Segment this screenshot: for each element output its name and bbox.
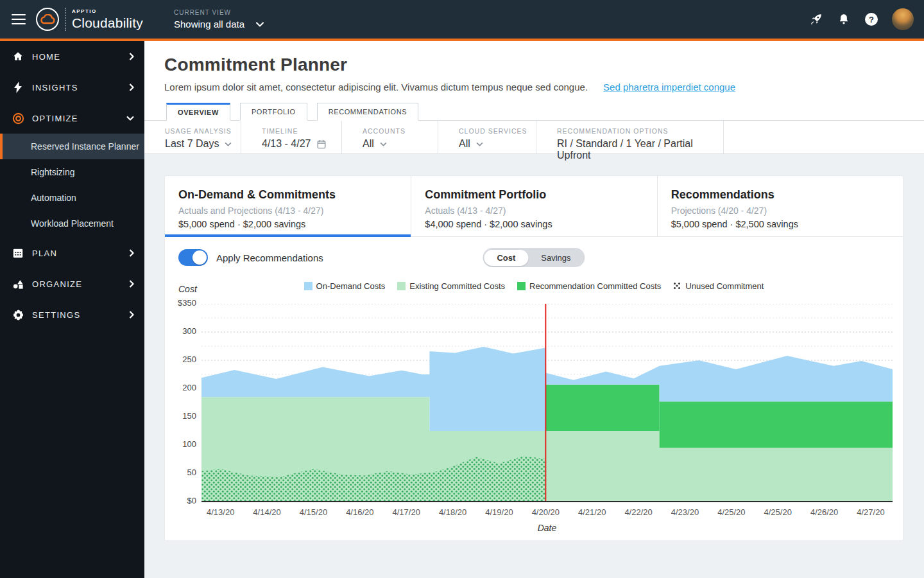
filter-label: TIMELINE [262, 127, 341, 135]
filter-label: USAGE ANALYSIS [165, 127, 241, 135]
sidebar-item-rightsizing[interactable]: Rightsizing [0, 159, 144, 185]
legend-label: Existing Committed Costs [409, 281, 505, 291]
chevron-right-icon [129, 311, 134, 319]
card-on-demand-commitments[interactable]: On-Demand & Commitments Actuals and Proj… [165, 176, 411, 236]
filter-usage-analysis[interactable]: USAGE ANALYSIS Last 7 Days [144, 121, 241, 153]
filter-value: RI / Standard / 1 Year / Partial Upfront [557, 138, 723, 161]
filter-label: RECOMMENDATION OPTIONS [557, 127, 723, 135]
filter-value: All [459, 138, 470, 150]
legend-swatch-existing [397, 282, 406, 290]
current-view-dropdown[interactable]: CURRENT VIEW Showing all data [174, 10, 264, 29]
card-metrics: $5,000 spend · $2,000 savings [178, 219, 411, 229]
segment-cost[interactable]: Cost [484, 250, 528, 266]
top-bar: APPTIO Cloudability CURRENT VIEW Showing… [0, 0, 924, 41]
y-axis-tick-label: 300 [165, 326, 196, 336]
card-title: On-Demand & Commitments [178, 188, 411, 202]
rocket-icon[interactable] [809, 12, 823, 26]
y-axis-tick-label: 100 [165, 439, 196, 449]
card-recommendations[interactable]: Recommendations Projections (4/20 - 4/27… [657, 176, 903, 236]
legend-label: Unused Commitment [685, 281, 764, 291]
tab-portfolio[interactable]: PORTFOLIO [240, 103, 307, 121]
chevron-down-icon [476, 142, 483, 146]
sub-item-label: Reserved Instance Planner [31, 141, 139, 152]
y-axis-tick-label: 150 [165, 411, 196, 421]
cloud-icon [40, 14, 55, 24]
cost-chart: On-Demand Costs Existing Committed Costs… [165, 277, 903, 541]
sidebar-item-home[interactable]: HOME [0, 41, 144, 72]
description-link[interactable]: Sed pharetra imperdiet congue [603, 82, 735, 92]
card-title: Commitment Portfolio [425, 188, 656, 202]
cost-savings-switch: Cost Savings [483, 248, 585, 267]
chart-legend: On-Demand Costs Existing Committed Costs… [165, 281, 903, 291]
chevron-down-icon [126, 116, 134, 121]
filter-value: 4/13 - 4/27 [262, 138, 311, 150]
sub-item-label: Rightsizing [31, 167, 74, 177]
y-axis-title: Cost [178, 284, 197, 294]
chevron-down-icon [225, 142, 232, 146]
sidebar-item-automation[interactable]: Automation [0, 185, 144, 211]
sidebar-item-label: ORGANIZE [32, 279, 82, 289]
logo-divider [65, 8, 66, 31]
sidebar-item-reserved-instance-planner[interactable]: Reserved Instance Planner [0, 134, 144, 159]
filter-accounts[interactable]: ACCOUNTS All [342, 121, 438, 153]
chevron-right-icon [129, 280, 134, 288]
brand-cloudability: Cloudability [72, 16, 143, 30]
filter-label: CLOUD SERVICES [459, 127, 536, 135]
recommendation-committed-segment [545, 385, 659, 431]
avatar[interactable] [892, 8, 914, 30]
bell-icon[interactable] [837, 12, 851, 26]
page-title: Commitment Planner [164, 55, 924, 75]
card-commitment-portfolio[interactable]: Commitment Portfolio Actuals (4/13 - 4/2… [411, 176, 656, 236]
chevron-right-icon [129, 53, 134, 60]
legend-existing-committed: Existing Committed Costs [397, 281, 505, 291]
filter-bar: USAGE ANALYSIS Last 7 Days TIMELINE 4/13… [144, 120, 924, 154]
card-subtitle: Actuals (4/13 - 4/27) [425, 206, 656, 216]
sidebar-item-optimize[interactable]: OPTIMIZE [0, 103, 144, 134]
filter-value: All [363, 138, 374, 150]
tab-recommendations[interactable]: RECOMMENDATIONS [317, 103, 418, 121]
commitment-panel: On-Demand & Commitments Actuals and Proj… [164, 175, 903, 540]
tab-overview[interactable]: OVERVIEW [166, 103, 230, 121]
summary-cards: On-Demand & Commitments Actuals and Proj… [165, 176, 903, 237]
filter-cloud-services[interactable]: CLOUD SERVICES All [438, 121, 536, 153]
home-icon [12, 51, 24, 62]
page-header: Commitment Planner Lorem ipsum dolor sit… [144, 41, 924, 120]
sidebar-item-label: SETTINGS [32, 310, 80, 320]
segment-savings[interactable]: Savings [528, 250, 583, 266]
card-subtitle: Projections (4/20 - 4/27) [671, 206, 903, 216]
calendar-icon [12, 247, 24, 259]
chevron-right-icon [129, 83, 134, 91]
sidebar-item-organize[interactable]: ORGANIZE [0, 268, 144, 299]
brand: APPTIO Cloudability [72, 9, 143, 30]
hamburger-icon[interactable] [12, 14, 26, 24]
gear-icon [12, 309, 24, 321]
card-metrics: $4,000 spend · $2,000 savings [425, 219, 656, 229]
legend-unused-commitment: Unused Commitment [673, 281, 764, 291]
sidebar-item-label: HOME [32, 52, 60, 62]
chevron-down-icon [380, 142, 387, 146]
chart-controls: Apply Recommendations Cost Savings [165, 237, 903, 277]
sidebar-item-insights[interactable]: INSIGHTS [0, 72, 144, 103]
apply-recommendations-toggle[interactable] [178, 249, 208, 266]
calendar-icon [317, 139, 326, 149]
sidebar-item-label: OPTIMIZE [32, 114, 78, 123]
legend-swatch-recommendation [517, 282, 526, 290]
help-icon[interactable]: ? [864, 12, 878, 26]
y-axis-tick-label: 200 [165, 383, 196, 392]
filter-recommendation-options[interactable]: RECOMMENDATION OPTIONS RI / Standard / 1… [536, 121, 724, 153]
sub-item-label: Automation [31, 193, 76, 203]
lightning-icon [12, 82, 24, 93]
sidebar-item-plan[interactable]: PLAN [0, 238, 144, 268]
main-content: Commitment Planner Lorem ipsum dolor sit… [144, 41, 924, 578]
bullseye-icon [12, 112, 24, 125]
y-axis-tick-label: $0 [165, 496, 196, 505]
filter-timeline[interactable]: TIMELINE 4/13 - 4/27 [241, 121, 342, 153]
card-title: Recommendations [671, 188, 903, 202]
legend-label: On-Demand Costs [316, 281, 386, 291]
dots-pattern-icon [673, 282, 681, 290]
x-axis-tick-label: 4/27/20 [842, 507, 900, 517]
sidebar-item-workload-placement[interactable]: Workload Placement [0, 211, 144, 236]
sidebar: HOME INSIGHTS OPTIMIZE Reserved Instance… [0, 41, 144, 578]
sidebar-item-settings[interactable]: SETTINGS [0, 299, 144, 330]
sidebar-item-label: INSIGHTS [32, 83, 78, 92]
